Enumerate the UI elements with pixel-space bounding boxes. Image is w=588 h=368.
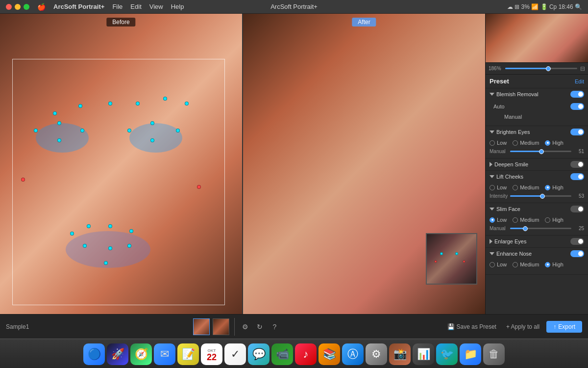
deepen-smile-section: Deepen Smile xyxy=(486,158,588,171)
dock-photo[interactable]: 📸 xyxy=(389,343,411,365)
dock-facetime[interactable]: 📹 xyxy=(271,343,293,365)
lift-cheeks-toggle[interactable] xyxy=(570,173,584,180)
refresh-icon-btn[interactable]: ↻ xyxy=(254,321,265,332)
zoom-thumb[interactable] xyxy=(546,66,551,71)
enlarge-eyes-toggle[interactable] xyxy=(570,238,584,245)
lc-high-radio[interactable] xyxy=(545,185,550,190)
deepen-smile-toggle[interactable] xyxy=(570,161,584,168)
bottom-toolbar: Sample1 ⚙ ↻ ? 💾 Save as Preset + Apply t… xyxy=(0,314,588,339)
menu-view[interactable]: View xyxy=(149,3,163,10)
toolbar-icons: ⚙ ↻ ? xyxy=(240,321,280,332)
low-radio[interactable] xyxy=(490,140,495,146)
lc-high-option[interactable]: High xyxy=(545,184,564,190)
save-preset-button[interactable]: 💾 Save as Preset xyxy=(444,321,499,332)
manual-sub-item[interactable]: Manual xyxy=(490,112,584,122)
dock-safari[interactable]: 🧭 xyxy=(130,343,152,365)
minimize-button[interactable] xyxy=(15,4,21,10)
en-low-option[interactable]: Low xyxy=(490,262,507,267)
dock-trash[interactable]: 🗑 xyxy=(483,343,505,365)
settings-icon-btn[interactable]: ⚙ xyxy=(240,321,250,332)
sf-high-option[interactable]: High xyxy=(545,217,564,223)
dock-reminders[interactable]: ✓ xyxy=(224,343,246,365)
lift-cheeks-fill xyxy=(510,195,542,197)
dock-mail[interactable]: ✉ xyxy=(154,343,175,365)
dock-activity[interactable]: 📊 xyxy=(413,343,434,365)
sf-medium-radio[interactable] xyxy=(513,217,518,223)
zoom-slider[interactable] xyxy=(505,68,577,69)
medium-radio[interactable] xyxy=(513,140,518,146)
menu-help[interactable]: Help xyxy=(171,3,184,10)
slim-face-slider[interactable] xyxy=(510,228,571,229)
sf-low-option[interactable]: Low xyxy=(490,217,507,223)
after-image[interactable] xyxy=(243,14,485,314)
enlarge-eyes-header[interactable]: Enlarge Eyes xyxy=(486,236,588,247)
en-medium-option[interactable]: Medium xyxy=(513,262,539,267)
blemish-removal-header[interactable]: Blemish Removal xyxy=(486,88,588,100)
medium-option[interactable]: Medium xyxy=(513,140,539,146)
dock-launchpad[interactable]: 🚀 xyxy=(107,343,128,365)
lift-cheeks-thumb[interactable] xyxy=(540,194,545,199)
dock-books[interactable]: 📚 xyxy=(318,343,340,365)
tracking-dot xyxy=(108,102,112,105)
fullscreen-button[interactable] xyxy=(24,4,29,10)
enhance-nose-toggle[interactable] xyxy=(570,250,584,257)
dock-appstore[interactable]: Ⓐ xyxy=(342,343,364,365)
apple-icon: 🍎 xyxy=(37,3,46,11)
brighten-eyes-thumb[interactable] xyxy=(539,149,544,154)
lift-cheeks-slider[interactable] xyxy=(510,195,571,197)
lc-low-radio[interactable] xyxy=(490,185,495,190)
dock-twitter[interactable]: 🐦 xyxy=(436,343,458,365)
before-image[interactable] xyxy=(0,14,242,314)
blemish-removal-toggle[interactable] xyxy=(570,91,584,98)
close-button[interactable] xyxy=(6,4,12,10)
enhance-nose-header[interactable]: Enhance Nose xyxy=(486,248,588,260)
lc-low-option[interactable]: Low xyxy=(490,184,507,190)
low-option[interactable]: Low xyxy=(490,140,507,146)
lc-medium-radio[interactable] xyxy=(513,185,518,190)
lift-cheeks-section: Lift Cheeks Low Medium xyxy=(486,171,588,203)
en-high-radio[interactable] xyxy=(545,262,550,267)
lip-overlay xyxy=(66,231,150,268)
dock-messages[interactable]: 💬 xyxy=(248,343,270,365)
thumb-item-1[interactable] xyxy=(193,318,210,335)
dock-calendar[interactable]: OKT 22 xyxy=(201,343,222,365)
preset-header: Preset Edit xyxy=(486,75,588,88)
after-label: After xyxy=(352,18,376,26)
dock-system-prefs[interactable]: ⚙ xyxy=(366,343,387,365)
en-high-option[interactable]: High xyxy=(545,262,564,267)
auto-toggle[interactable] xyxy=(570,103,584,110)
menu-edit[interactable]: Edit xyxy=(130,3,141,10)
en-medium-radio[interactable] xyxy=(513,262,518,267)
export-button[interactable]: ↑ Export xyxy=(546,321,582,333)
brighten-eyes-fill xyxy=(510,151,541,152)
lift-cheeks-header[interactable]: Lift Cheeks xyxy=(486,171,588,183)
en-low-radio[interactable] xyxy=(490,262,495,267)
thumb-item-2[interactable] xyxy=(213,318,229,335)
sf-medium-option[interactable]: Medium xyxy=(513,217,539,223)
brighten-eyes-slider[interactable] xyxy=(510,151,571,152)
thumb-image-1 xyxy=(194,319,209,335)
apply-all-button[interactable]: + Apply to all xyxy=(503,321,542,332)
dock-music[interactable]: ♪ xyxy=(295,343,317,365)
edit-button[interactable]: Edit xyxy=(575,79,584,84)
sf-high-radio[interactable] xyxy=(545,217,550,223)
high-option[interactable]: High xyxy=(545,140,564,146)
zoom-icon[interactable]: ⊟ xyxy=(580,65,585,72)
dock-files[interactable]: 📁 xyxy=(460,343,481,365)
slim-face-label: Slim Face xyxy=(496,206,570,212)
help-icon-btn[interactable]: ? xyxy=(269,321,280,332)
menu-file[interactable]: File xyxy=(112,3,122,10)
dock-finder[interactable]: 🔵 xyxy=(83,343,105,365)
lc-medium-option[interactable]: Medium xyxy=(513,184,539,190)
dock-notes[interactable]: 📝 xyxy=(177,343,199,365)
high-radio[interactable] xyxy=(545,140,550,146)
brighten-eyes-toggle[interactable] xyxy=(570,129,584,135)
slim-face-header[interactable]: Slim Face xyxy=(486,203,588,215)
slim-face-toggle[interactable] xyxy=(570,206,584,212)
zoom-bar: 186% ⊟ xyxy=(486,63,588,75)
slim-face-thumb[interactable] xyxy=(523,226,528,231)
sf-medium-label: Medium xyxy=(520,217,539,223)
deepen-smile-header[interactable]: Deepen Smile xyxy=(486,158,588,170)
sf-low-radio[interactable] xyxy=(490,217,495,223)
brighten-eyes-header[interactable]: Brighten Eyes xyxy=(486,126,588,138)
